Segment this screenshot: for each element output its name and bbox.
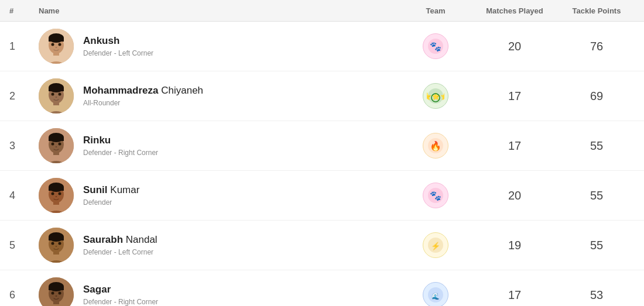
player-first-name: Saurabh [83, 234, 123, 245]
team-logo-cell: 🔥 [400, 133, 471, 159]
svg-point-40 [52, 192, 54, 195]
player-first-name: Mohammadreza [83, 85, 158, 96]
matches-played: 17 [471, 288, 559, 302]
player-cell: Sunil KumarDefender [39, 178, 400, 213]
player-info: SagarDefender - Right Corner [83, 284, 158, 306]
rank-5: 5 [9, 239, 39, 252]
player-name: Saurabh Nandal [83, 234, 157, 246]
player-role: Defender - Right Corner [83, 149, 158, 157]
player-info: AnkushDefender - Left Corner [83, 35, 153, 57]
player-first-name: Ankush [83, 35, 119, 46]
team-logo: ⭐⭐⭐ [423, 83, 448, 109]
avatar [39, 128, 74, 163]
player-cell: SagarDefender - Right Corner [39, 277, 400, 306]
svg-text:🔥: 🔥 [430, 140, 441, 152]
player-name: Ankush [83, 35, 153, 47]
player-role: All-Rounder [83, 99, 203, 107]
avatar [39, 29, 74, 64]
player-last-name: Kumar [110, 184, 139, 195]
svg-point-7 [59, 43, 61, 46]
svg-rect-28 [49, 137, 64, 141]
player-info: Saurabh NandalDefender - Left Corner [83, 234, 157, 256]
svg-point-6 [52, 43, 54, 46]
header-tackle: Tackle Points [559, 6, 635, 15]
team-logo-cell: ⭐⭐⭐ [400, 83, 471, 109]
team-logo: 🐾 [423, 33, 448, 59]
matches-played: 19 [471, 239, 559, 252]
player-name: Sagar [83, 284, 158, 295]
rank-4: 4 [9, 190, 39, 202]
svg-rect-16 [49, 88, 64, 91]
avatar [39, 78, 74, 114]
svg-point-18 [59, 93, 61, 96]
player-info: Mohammadreza ChiyanehAll-Rounder [83, 85, 203, 107]
svg-point-17 [52, 93, 54, 96]
tackle-points: 55 [559, 189, 635, 202]
player-info: RinkuDefender - Right Corner [83, 135, 158, 157]
player-cell: AnkushDefender - Left Corner [39, 29, 400, 64]
team-logo: ⚡ [423, 232, 448, 258]
player-last-name: Nandal [126, 234, 157, 245]
svg-text:🐾: 🐾 [430, 190, 441, 201]
player-cell: Mohammadreza ChiyanehAll-Rounder [39, 78, 400, 114]
table-row[interactable]: 6 SagarDefender - Right Corner 🌊 1753 [0, 270, 644, 306]
avatar [39, 277, 74, 306]
player-first-name: Rinku [83, 135, 111, 146]
table-row[interactable]: 3 RinkuDefender - Right Corner 🔥 1755 [0, 121, 644, 171]
player-cell: Saurabh NandalDefender - Left Corner [39, 228, 400, 263]
table-row[interactable]: 2 Mohammadreza ChiyanehAll-Rounder ⭐⭐⭐ 1… [0, 71, 644, 121]
svg-rect-39 [49, 187, 64, 191]
player-name: Rinku [83, 135, 158, 146]
tackle-points: 69 [559, 90, 635, 103]
team-logo-cell: ⚡ [400, 232, 471, 258]
svg-point-30 [59, 143, 61, 146]
player-name: Sunil Kumar [83, 184, 139, 196]
svg-point-63 [59, 292, 61, 295]
rank-2: 2 [9, 90, 39, 102]
player-role: Defender [83, 198, 139, 207]
tackle-points: 53 [559, 288, 635, 302]
table-row[interactable]: 4 Sunil KumarDefender 🐾 2055 [0, 171, 644, 221]
team-logo-cell: 🌊 [400, 282, 471, 306]
player-first-name: Sunil [83, 184, 108, 195]
header-rank: # [9, 6, 39, 15]
svg-text:🐾: 🐾 [430, 41, 441, 52]
tackle-points: 55 [559, 139, 635, 153]
rank-1: 1 [9, 40, 39, 53]
rank-6: 6 [9, 289, 39, 301]
table-row[interactable]: 5 Saurabh NandalDefender - Left Corner ⚡… [0, 221, 644, 270]
svg-rect-50 [49, 237, 64, 240]
svg-point-62 [52, 292, 54, 295]
tackle-points: 55 [559, 239, 635, 252]
svg-point-8 [56, 47, 57, 48]
header-name: Name [39, 6, 400, 15]
player-role: Defender - Right Corner [83, 298, 158, 306]
svg-text:🌊: 🌊 [431, 292, 440, 300]
player-name: Mohammadreza Chiyaneh [83, 85, 203, 97]
header-matches: Matches Played [471, 6, 559, 15]
player-role: Defender - Left Corner [83, 248, 157, 256]
svg-point-19 [56, 97, 57, 98]
avatar [39, 178, 74, 213]
svg-point-53 [56, 246, 57, 247]
player-first-name: Sagar [83, 284, 111, 295]
table-header: # Name Team Matches Played Tackle Points [0, 0, 644, 22]
rows-container: 1 AnkushDefender - Left Corner 🐾 20762 [0, 22, 644, 306]
header-team: Team [400, 6, 471, 15]
svg-point-51 [52, 242, 54, 245]
team-logo-cell: 🐾 [400, 33, 471, 59]
team-logo: 🔥 [423, 133, 448, 159]
table-row[interactable]: 1 AnkushDefender - Left Corner 🐾 2076 [0, 22, 644, 71]
tackle-points: 76 [559, 40, 635, 53]
player-last-name: Chiyaneh [161, 85, 203, 96]
player-role: Defender - Left Corner [83, 49, 153, 57]
leaderboard-table: # Name Team Matches Played Tackle Points… [0, 0, 644, 306]
avatar [39, 228, 74, 263]
svg-text:⚡: ⚡ [431, 241, 441, 251]
svg-rect-61 [49, 287, 64, 290]
svg-point-64 [56, 295, 57, 297]
svg-rect-5 [49, 38, 64, 42]
player-cell: RinkuDefender - Right Corner [39, 128, 400, 163]
team-logo-cell: 🐾 [400, 183, 471, 208]
matches-played: 17 [471, 139, 559, 153]
